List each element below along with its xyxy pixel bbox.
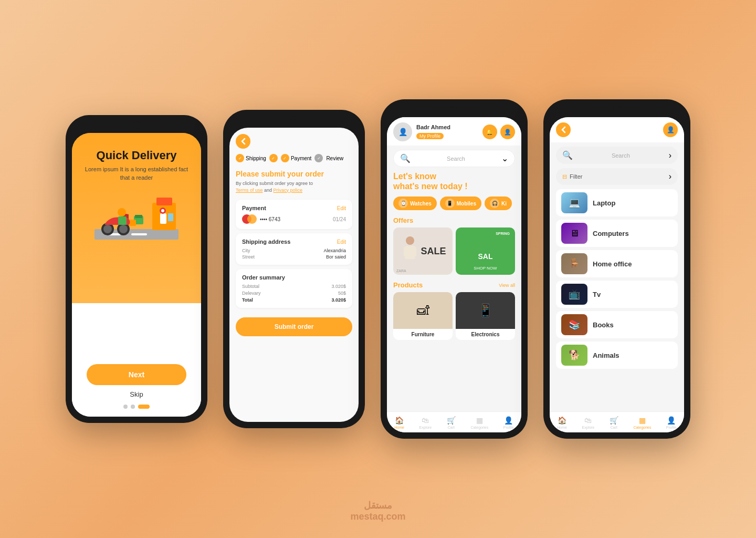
user-role: My Profile [416, 133, 444, 139]
cat-nav-explore[interactable]: 🛍 Explore [582, 416, 595, 429]
step-connector-1: ✓ [269, 154, 278, 162]
user-avatar: 👤 [393, 122, 412, 141]
shipping-card-header: Shipping address Edit [242, 239, 346, 245]
cat-nav-cart[interactable]: 🛒 Cart [610, 416, 618, 429]
payment-row: •••• 6743 01/24 [242, 214, 346, 224]
svg-point-17 [161, 209, 164, 212]
phone-1-orange-section: Quick Delivery Lorem ipsum It is a long … [72, 133, 201, 303]
cat-explore-nav-label: Explore [582, 426, 595, 429]
computers-name: Computers [593, 230, 629, 237]
cat-nav-home[interactable]: 🏠 Home [557, 416, 567, 429]
header-icons: 🔔 👤 [482, 125, 515, 139]
step-payment: ✓ Payment [281, 154, 311, 162]
view-all-link[interactable]: View all [499, 283, 515, 288]
and-text: and [264, 188, 272, 193]
step-payment-check: ✓ [281, 154, 289, 162]
phone-3-home: 👤 Badr Ahmed My Profile 🔔 👤 🔍 Search ⌄ L… [381, 99, 528, 439]
computers-thumb-img: 🖥 [561, 223, 587, 244]
categories-list: 💻 Laptop 🖥 Computers 🪑 Home office 📺 [550, 189, 684, 411]
laptop-thumbnail: 💻 [561, 192, 587, 213]
payment-card-header: Payment Edit [242, 205, 346, 211]
cat-item-computers[interactable]: 🖥 Computers [556, 220, 678, 247]
svg-point-18 [406, 236, 414, 245]
categories-back-button[interactable] [556, 122, 571, 137]
phone-1-screen: Quick Delivery Lorem ipsum It is a long … [72, 133, 201, 417]
checkout-back-button[interactable] [236, 134, 250, 149]
checkout-description: By clicking submit order yoy agree to Te… [236, 180, 352, 193]
home-search-bar[interactable]: 🔍 Search ⌄ [393, 150, 515, 167]
laptop-thumb-img: 💻 [561, 192, 587, 213]
electronics-card[interactable]: 📱 Electronics [456, 292, 515, 340]
svg-rect-4 [156, 198, 172, 205]
chip-mobiles[interactable]: 📱 Mobiles [440, 196, 481, 210]
mobiles-icon: 📱 [445, 199, 455, 208]
nav-cart[interactable]: 🛒 Cart [447, 416, 456, 429]
ki-icon: 🎧 [490, 199, 499, 208]
chip-watches-label: Watches [410, 201, 432, 206]
offers-grid: SALE ZARA SPRING SAL SHOP NOW [393, 227, 515, 275]
profile-nav-icon: 👤 [504, 416, 513, 425]
categories-nav-label: Categories [470, 426, 488, 429]
chip-watches[interactable]: ⌚ Watches [393, 196, 437, 210]
privacy-link[interactable]: Privacy police [274, 188, 303, 193]
payment-edit-btn[interactable]: Edit [337, 205, 346, 211]
nav-categories[interactable]: ▦ Categories [470, 416, 488, 429]
subtotal-row: Subtotal 3.020$ [242, 284, 346, 289]
person-illustration [400, 235, 421, 267]
phone-3-screen: 👤 Badr Ahmed My Profile 🔔 👤 🔍 Search ⌄ L… [387, 117, 521, 432]
nav-home[interactable]: 🏠 Home [394, 416, 404, 429]
step-shipping-check: ✓ [236, 154, 244, 162]
categories-profile-button[interactable]: 👤 [663, 122, 678, 137]
shipping-edit-btn[interactable]: Edit [337, 239, 346, 245]
cat-search-placeholder: Search [612, 152, 630, 159]
chip-ki[interactable]: 🎧 Ki [485, 196, 512, 210]
next-button[interactable]: Next [87, 364, 186, 385]
home-search-placeholder: Search [447, 156, 465, 162]
cart-nav-label: Cart [448, 426, 455, 429]
cat-item-books[interactable]: 📚 Books [556, 311, 678, 338]
submit-order-button[interactable]: Submit order [236, 317, 352, 336]
shipping-card: Shipping address Edit City Alexandria St… [236, 233, 352, 265]
checkout-title: Please submit your order [236, 170, 352, 178]
notification-icon-btn[interactable]: 🔔 [482, 125, 497, 139]
total-row: Total 3.020$ [242, 297, 346, 303]
sal-text: SAL [478, 252, 493, 261]
categories-search-bar[interactable]: 🔍 Search › [556, 147, 678, 164]
cat-nav-profile[interactable]: 👤 Profile [666, 416, 677, 429]
categories-header: 👤 [550, 117, 684, 142]
back-icon [240, 138, 246, 145]
cat-item-homeoffice[interactable]: 🪑 Home office [556, 250, 678, 277]
lets-know-title: Let's know what's new today ! [393, 171, 515, 191]
explore-nav-icon: 🛍 [422, 416, 429, 425]
categories-bottom-nav: 🏠 Home 🛍 Explore 🛒 Cart ▦ Categories 👤 P… [550, 411, 684, 432]
shop-now-label: SHOP NOW [474, 266, 497, 271]
cat-item-laptop[interactable]: 💻 Laptop [556, 189, 678, 216]
cat-item-animals[interactable]: 🐕 Animals [556, 342, 678, 369]
svg-rect-21 [413, 247, 416, 256]
svg-rect-2 [131, 233, 147, 235]
offer-spring-card[interactable]: SPRING SAL SHOP NOW [456, 227, 515, 275]
cat-profile-nav-icon: 👤 [667, 416, 676, 425]
quick-delivery-subtitle: Lorem ipsum It is a long established fac… [82, 165, 191, 182]
cat-item-tv[interactable]: 📺 Tv [556, 281, 678, 308]
furniture-label: Furniture [393, 329, 453, 340]
terms-link[interactable]: Terms of use [236, 188, 263, 193]
cat-nav-categories[interactable]: ▦ Categories [633, 416, 651, 429]
profile-icon-btn[interactable]: 👤 [500, 125, 515, 139]
homeoffice-name: Home office [593, 260, 632, 268]
explore-nav-label: Explore [419, 426, 432, 429]
payment-card: Payment Edit •••• 6743 01/24 [236, 200, 352, 229]
city-row: City Alexandria [242, 248, 346, 253]
checkout-steps: ✓ Shipping ✓ ✓ Payment ✓ Review [236, 154, 352, 162]
nav-explore[interactable]: 🛍 Explore [419, 416, 432, 429]
order-summary-card: Order summary Subtotal 3.020$ Delevary 5… [236, 269, 352, 308]
categories-filter-bar[interactable]: ⊟ Filter › [556, 168, 678, 185]
offer-sale-card[interactable]: SALE ZARA [393, 227, 453, 275]
cat-home-nav-label: Home [557, 426, 567, 429]
books-thumbnail: 📚 [561, 314, 587, 335]
skip-button[interactable]: Skip [130, 390, 143, 398]
street-value: Bor saied [326, 254, 346, 260]
nav-profile[interactable]: 👤 Profile [503, 416, 514, 429]
furniture-card[interactable]: 🛋 Furniture [393, 292, 453, 340]
homeoffice-thumb-img: 🪑 [561, 253, 587, 274]
